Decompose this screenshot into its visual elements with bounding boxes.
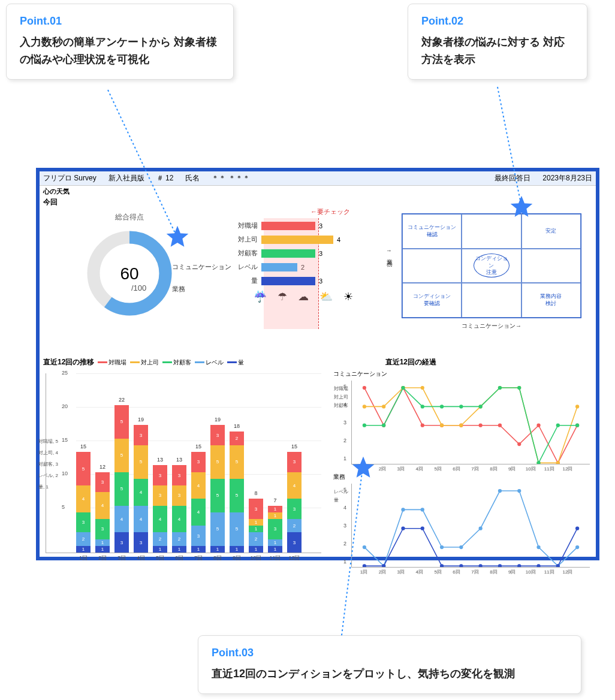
legend-item: 対顧客 <box>162 358 191 367</box>
stacked-seg: 1 <box>172 546 186 553</box>
stacked-col: 15553 19 8回 <box>210 425 225 553</box>
stacked-seg: 2 <box>249 532 263 545</box>
svg-point-64 <box>517 564 521 567</box>
svg-point-11 <box>421 424 424 427</box>
svg-point-16 <box>517 442 521 446</box>
stacked-seg: 3 <box>268 519 282 539</box>
work-line-chart: 123451回2回3回4回5回6回7回8回9回10回11回12回レベル量 <box>351 484 590 568</box>
stacked-seg: 2 <box>153 532 167 545</box>
svg-marker-5 <box>352 457 375 478</box>
svg-point-41 <box>536 461 540 464</box>
stacked-seg: 5 <box>76 452 91 485</box>
stacked-seg: 5 <box>114 472 129 506</box>
dashboard-header: フリプロ Survey 新入社員版 ＃ 12 氏名 ＊＊ ＊＊＊ 最終回答日 2… <box>40 171 596 186</box>
stacked-col: 11311 7 11回 <box>268 506 282 553</box>
svg-point-48 <box>440 545 444 549</box>
hbar-bar <box>261 263 297 271</box>
stacked-seg: 3 <box>172 465 186 485</box>
svg-point-49 <box>459 545 463 549</box>
legend: 対職場対上司対顧客レベル量 <box>98 358 248 367</box>
check-label: ←要チェック <box>273 207 387 216</box>
star-icon <box>510 195 533 219</box>
stacked-seg: 3 <box>95 472 110 493</box>
svg-point-33 <box>382 424 385 427</box>
svg-point-23 <box>421 386 424 390</box>
svg-point-8 <box>363 386 366 390</box>
stacked-seg: 4 <box>191 472 206 499</box>
stacked-seg: 1 <box>268 512 282 519</box>
hbar-value: 3 <box>319 250 322 257</box>
progress-title: 直近12回の経過 <box>382 357 440 367</box>
stacked-seg: 4 <box>134 506 148 533</box>
svg-point-35 <box>421 405 424 408</box>
stacked-total: 7 <box>273 497 276 503</box>
svg-point-47 <box>421 508 424 511</box>
stacked-seg: 2 <box>287 519 302 532</box>
matrix-cell <box>462 214 521 249</box>
stacked-seg: 4 <box>153 506 167 533</box>
stacked-seg: 3 <box>287 532 302 553</box>
point-03-text: 直近12回のコンディションをプロットし、気持ちの変化を観測 <box>212 665 568 683</box>
stacked-seg: 1 <box>95 539 110 546</box>
stacked-col: 15552 18 9回 <box>230 432 244 553</box>
svg-point-55 <box>575 545 579 549</box>
svg-point-15 <box>498 424 502 427</box>
callout-point-03: Point.03 直近12回のコンディションをプロットし、気持ちの変化を観測 <box>198 635 581 694</box>
matrix-cell: 安定 <box>521 214 581 249</box>
stacked-xlabel: 4回 <box>137 554 145 562</box>
stacked-total: 8 <box>254 490 257 496</box>
svg-marker-3 <box>167 226 189 247</box>
stacked-seg: 1 <box>249 546 263 553</box>
svg-point-30 <box>556 461 560 464</box>
point-02-text: 対象者様の悩みに対する 対応方法を表示 <box>421 34 574 68</box>
hbar-label: 対職場 <box>219 221 261 230</box>
legend-item: レベル <box>195 358 224 367</box>
stacked-seg: 5 <box>210 512 225 546</box>
matrix-y-axis: ↑ 業 務 <box>385 249 393 256</box>
stacked-seg: 5 <box>230 479 244 512</box>
stacked-seg: 3 <box>210 425 225 445</box>
trend-title: 直近12回の推移 <box>40 357 98 367</box>
stacked-seg: 3 <box>249 499 263 519</box>
stacked-seg: 5 <box>134 445 148 479</box>
callout-point-01: Point.01 入力数秒の簡単アンケートから 対象者様の悩みや心理状況を可視化 <box>6 4 234 80</box>
svg-point-59 <box>421 527 424 530</box>
stacked-seg: 1 <box>249 526 263 532</box>
svg-point-42 <box>556 424 560 427</box>
stacked-seg: 5 <box>230 512 244 546</box>
matrix-cell <box>462 283 521 318</box>
comm-mini-title: コミュニケーション <box>333 370 590 378</box>
matrix-chart: ↑ 業 務 コミュニケーション確認安定コンディション注意コンディション要確認業務… <box>387 207 596 357</box>
stacked-seg: 3 <box>287 499 302 519</box>
stacked-seg: 4 <box>76 485 91 512</box>
hbar-label: レベル <box>219 262 261 271</box>
stacked-col: 34555 22 3回 <box>114 405 129 553</box>
hbar-bar <box>261 222 315 230</box>
stacked-total: 19 <box>138 417 144 423</box>
stacked-seg: 4 <box>172 506 186 533</box>
stacked-seg: 3 <box>172 485 186 506</box>
comm-line-chart: 123451回2回3回4回5回6回7回8回9回10回11回12回対職場対上司対顧… <box>351 381 590 464</box>
mini-legend: 量 <box>334 497 339 503</box>
stacked-seg: 4 <box>95 492 110 519</box>
svg-point-46 <box>401 508 405 511</box>
stacked-trend-chart: 対職場, 5対上司, 4対顧客, 3レベル, 2量, 1 510152025 1… <box>40 367 327 583</box>
stacked-col: 12345 15 1回 <box>76 452 91 553</box>
callout-point-02: Point.02 対象者様の悩みに対する 対応方法を表示 <box>408 4 587 80</box>
hbar-bar <box>261 277 315 285</box>
stacked-col: 12433 13 6回 <box>172 465 186 553</box>
stacked-total: 13 <box>157 457 163 463</box>
hbar-label: 対上司 <box>219 235 261 244</box>
hbar-row: 対上司 4 <box>219 235 387 244</box>
name-label: 氏名 <box>185 173 200 183</box>
point-02-label: Point.02 <box>421 15 574 28</box>
stacked-xlabel: 9回 <box>233 554 241 562</box>
hbar-bar <box>261 249 315 258</box>
gauge-value: 60 <box>120 264 138 283</box>
matrix-cell: 業務内容検討 <box>521 283 581 318</box>
svg-point-61 <box>459 564 463 567</box>
matrix-cell <box>402 249 462 283</box>
stacked-seg: 4 <box>287 472 302 499</box>
point-01-label: Point.01 <box>20 15 220 28</box>
stacked-total: 12 <box>100 464 105 470</box>
